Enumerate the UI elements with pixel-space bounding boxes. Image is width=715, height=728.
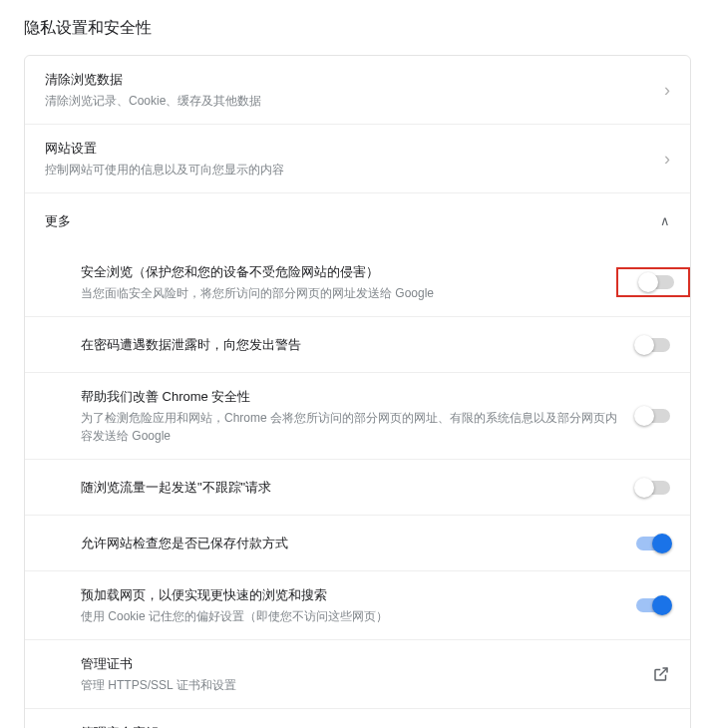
- more-section-body: 安全浏览（保护您和您的设备不受危险网站的侵害） 当您面临安全风险时，将您所访问的…: [25, 248, 690, 728]
- row-description: 为了检测危险应用和网站，Chrome 会将您所访问的部分网页的网址、有限的系统信…: [81, 409, 620, 445]
- row-title: 预加载网页，以便实现更快速的浏览和搜索: [81, 585, 620, 605]
- row-title: 在密码遭遇数据泄露时，向您发出警告: [81, 335, 620, 355]
- preload-pages-row[interactable]: 预加载网页，以便实现更快速的浏览和搜索 使用 Cookie 记住您的偏好设置（即…: [25, 570, 690, 639]
- password-leak-toggle[interactable]: [636, 338, 670, 352]
- manage-certificates-row[interactable]: 管理证书 管理 HTTPS/SSL 证书和设置: [25, 639, 690, 708]
- row-title: 管理证书: [81, 654, 636, 674]
- password-leak-row[interactable]: 在密码遭遇数据泄露时，向您发出警告: [25, 316, 690, 372]
- safe-browsing-row[interactable]: 安全浏览（保护您和您的设备不受危险网站的侵害） 当您面临安全风险时，将您所访问的…: [25, 248, 690, 316]
- do-not-track-row[interactable]: 随浏览流量一起发送"不跟踪"请求: [25, 459, 690, 515]
- payment-check-toggle[interactable]: [636, 537, 670, 550]
- manage-security-keys-row[interactable]: 管理安全密钥 重置安全密钥并创建 PIN 码 ›: [25, 708, 690, 728]
- improve-security-row[interactable]: 帮助我们改善 Chrome 安全性 为了检测危险应用和网站，Chrome 会将您…: [25, 372, 690, 459]
- row-title: 网站设置: [45, 139, 648, 159]
- row-description: 使用 Cookie 记住您的偏好设置（即使您不访问这些网页）: [81, 607, 620, 625]
- row-title: 允许网站检查您是否已保存付款方式: [81, 534, 620, 553]
- improve-security-toggle[interactable]: [636, 409, 670, 423]
- row-description: 控制网站可使用的信息以及可向您显示的内容: [45, 161, 648, 179]
- row-description: 清除浏览记录、Cookie、缓存及其他数据: [45, 92, 648, 110]
- settings-card: 清除浏览数据 清除浏览记录、Cookie、缓存及其他数据 › 网站设置 控制网站…: [24, 55, 691, 728]
- chevron-right-icon: ›: [664, 150, 670, 168]
- row-title: 清除浏览数据: [45, 70, 648, 90]
- external-link-icon: [652, 665, 670, 683]
- do-not-track-toggle[interactable]: [636, 481, 670, 495]
- more-section-header[interactable]: 更多 ∧: [25, 192, 690, 248]
- page-title: 隐私设置和安全性: [24, 18, 691, 39]
- payment-check-row[interactable]: 允许网站检查您是否已保存付款方式: [25, 515, 690, 570]
- site-settings-row[interactable]: 网站设置 控制网站可使用的信息以及可向您显示的内容 ›: [25, 124, 690, 192]
- chevron-up-icon: ∧: [660, 214, 670, 227]
- row-title: 更多: [45, 211, 644, 231]
- row-title: 帮助我们改善 Chrome 安全性: [81, 387, 620, 407]
- clear-browsing-data-row[interactable]: 清除浏览数据 清除浏览记录、Cookie、缓存及其他数据 ›: [25, 56, 690, 124]
- highlight-annotation: [616, 267, 690, 297]
- safe-browsing-toggle[interactable]: [640, 275, 674, 289]
- row-title: 安全浏览（保护您和您的设备不受危险网站的侵害）: [81, 262, 600, 282]
- row-description: 当您面临安全风险时，将您所访问的部分网页的网址发送给 Google: [81, 284, 600, 302]
- row-title: 随浏览流量一起发送"不跟踪"请求: [81, 478, 620, 498]
- preload-toggle[interactable]: [636, 598, 670, 612]
- row-title: 管理安全密钥: [81, 723, 648, 728]
- chevron-right-icon: ›: [664, 81, 670, 99]
- row-description: 管理 HTTPS/SSL 证书和设置: [81, 676, 636, 694]
